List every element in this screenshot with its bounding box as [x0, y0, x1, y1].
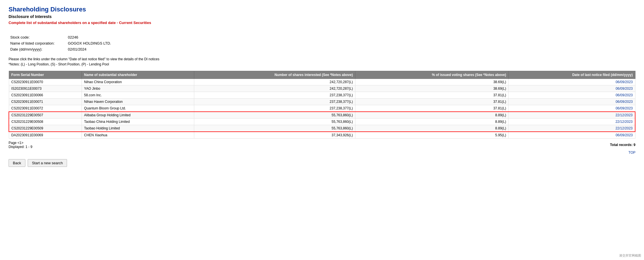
- back-button[interactable]: Back: [9, 159, 25, 167]
- stock-code-label: Stock code:: [9, 35, 66, 40]
- data-table: Form Serial Number Name of substantial s…: [9, 71, 635, 139]
- date-link[interactable]: 06/09/2023: [615, 87, 633, 91]
- info-table: Stock code: 02246 Name of listed corpora…: [9, 34, 113, 53]
- table-row: IS20230911E00073YAO Jinbo242,720,287(L)3…: [9, 85, 635, 92]
- date-link[interactable]: 06/09/2023: [615, 106, 633, 110]
- table-row: DA20230911E00069CHEN Xiaohua37,343,926(L…: [9, 132, 635, 139]
- col-header-date: Date of last notice filed (dd/mm/yyyy): [509, 71, 635, 79]
- col-header-shareholder: Name of substantial shareholder: [82, 71, 194, 79]
- col-header-shares: Number of shares interested (See *Notes …: [194, 71, 355, 79]
- table-row: CS20230911E0006658.com Inc.237,238,377(L…: [9, 92, 635, 99]
- table-row: CS20231229E00509Taobao Holding Limited55…: [9, 125, 635, 132]
- date-link[interactable]: 22/12/2023: [615, 113, 633, 117]
- corporation-value: GOGOX HOLDINGS LTD.: [67, 41, 112, 46]
- bottom-buttons: Back Start a new search: [9, 159, 635, 167]
- date-link[interactable]: 06/09/2023: [615, 100, 633, 104]
- date-link[interactable]: 22/12/2023: [615, 126, 633, 130]
- top-link[interactable]: TOP: [9, 151, 635, 155]
- corporation-label: Name of listed corporation:: [9, 41, 66, 46]
- date-link[interactable]: 06/09/2023: [615, 133, 633, 137]
- pagination: Page <1> Displayed: 1 - 9 Total records:…: [9, 141, 635, 149]
- table-row: CS20231229E00507Alibaba Group Holding Li…: [9, 112, 635, 119]
- table-row: CS20230911E00071Nihao Haven Corporation2…: [9, 99, 635, 105]
- date-label: Date (dd/mm/yyyy):: [9, 47, 66, 52]
- stock-code-value: 02246: [67, 35, 112, 40]
- date-link[interactable]: 22/12/2023: [615, 120, 633, 124]
- page-title: Shareholding Disclosures: [9, 6, 635, 13]
- query-title: Complete list of substantial shareholder…: [9, 21, 635, 25]
- table-row: CS20230911E00072Quantum Bloom Group Ltd.…: [9, 105, 635, 112]
- col-header-percent: % of issued voting shares (See *Notes ab…: [355, 71, 509, 79]
- total-records: Total records: 9: [610, 143, 635, 147]
- date-link[interactable]: 06/09/2023: [615, 93, 633, 97]
- start-new-search-button[interactable]: Start a new search: [28, 159, 67, 167]
- col-header-form-serial: Form Serial Number: [9, 71, 82, 79]
- displayed-label: Displayed: 1 - 9: [9, 145, 32, 149]
- date-value: 02/01/2024: [67, 47, 112, 52]
- table-row: CS20231229E00508Taobao China Holding Lim…: [9, 119, 635, 125]
- page-subtitle: Disclosure of Interests: [9, 14, 635, 19]
- table-row: CS20230911E00070Nihao China Corporation2…: [9, 79, 635, 85]
- date-link[interactable]: 06/09/2023: [615, 80, 633, 84]
- note-text: Please click the links under the column …: [9, 57, 635, 67]
- page-label: Page <1>: [9, 141, 32, 145]
